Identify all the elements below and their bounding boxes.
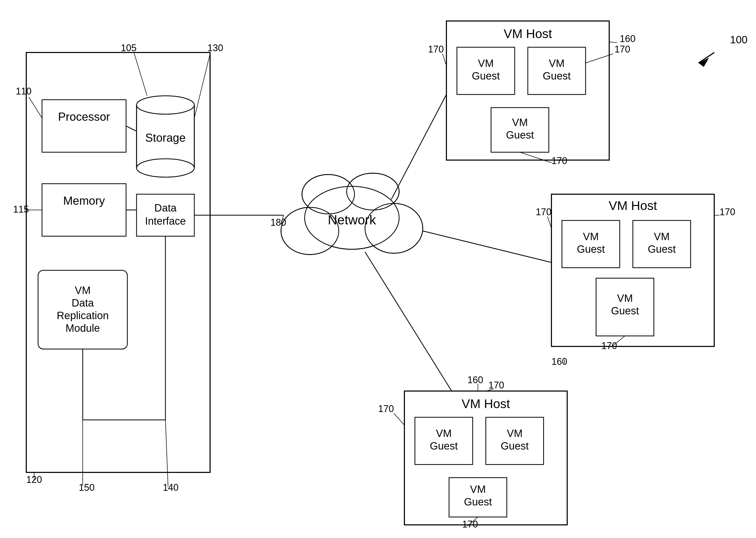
ref-115: 115 [13, 204, 29, 215]
svg-text:Processor: Processor [58, 110, 110, 123]
ref-150: 150 [79, 482, 94, 493]
svg-line-79 [548, 217, 552, 228]
svg-text:Guest: Guest [648, 243, 676, 255]
svg-line-62 [442, 54, 446, 66]
svg-line-94 [365, 252, 452, 391]
svg-text:Guest: Guest [543, 70, 571, 81]
svg-text:Guest: Guest [472, 70, 500, 81]
svg-text:VM Host: VM Host [609, 199, 657, 213]
svg-text:VM: VM [512, 117, 528, 128]
svg-point-11 [137, 96, 194, 114]
ref-170-bl: 170 [378, 404, 394, 414]
svg-line-60 [391, 94, 446, 199]
svg-text:VM: VM [507, 427, 523, 439]
ref-170-mr: 170 [720, 206, 735, 217]
svg-text:VM: VM [478, 57, 494, 69]
svg-text:Interface: Interface [145, 215, 186, 227]
svg-text:VM: VM [583, 231, 599, 242]
ref-180: 180 [270, 217, 286, 228]
ref-170-tl: 170 [428, 44, 444, 55]
svg-line-95 [394, 413, 404, 425]
svg-text:VM: VM [436, 427, 452, 439]
ref-170-tr: 170 [614, 44, 630, 55]
ref-140: 140 [163, 482, 179, 493]
svg-text:Guest: Guest [611, 305, 639, 316]
svg-line-78 [423, 231, 552, 262]
ref-105: 105 [121, 42, 137, 53]
svg-text:Memory: Memory [63, 194, 105, 207]
ref-160-top: 160 [620, 33, 635, 44]
svg-rect-3 [42, 184, 126, 236]
svg-text:Guest: Guest [430, 440, 458, 452]
svg-text:Replication: Replication [57, 310, 109, 321]
svg-text:VM: VM [617, 293, 633, 304]
svg-text:VM: VM [470, 483, 486, 495]
svg-text:VM: VM [75, 285, 90, 296]
ref-110: 110 [16, 86, 31, 97]
svg-text:VM Host: VM Host [462, 397, 510, 411]
svg-text:Guest: Guest [506, 129, 534, 141]
ref-130: 130 [207, 42, 223, 53]
svg-text:Guest: Guest [464, 496, 492, 508]
svg-rect-1 [42, 100, 126, 152]
svg-text:Module: Module [65, 322, 100, 334]
svg-text:VM Host: VM Host [504, 27, 552, 41]
svg-text:VM: VM [654, 231, 669, 242]
svg-text:VM: VM [549, 57, 564, 69]
ref-170-mb: 170 [601, 340, 617, 351]
ref-160-mid: 160 [552, 356, 567, 367]
svg-point-12 [137, 159, 194, 177]
svg-text:Data: Data [72, 297, 94, 309]
ref-160-bot: 160 [467, 374, 483, 385]
network-cloud: Network [281, 173, 423, 254]
svg-text:Guest: Guest [577, 243, 605, 255]
svg-point-39 [366, 205, 422, 252]
ref-170-ml: 170 [536, 206, 552, 217]
ref-100: 100 [730, 34, 748, 45]
ref-170-bt: 170 [489, 380, 504, 391]
svg-text:Network: Network [328, 213, 376, 227]
svg-text:Data: Data [154, 202, 177, 214]
svg-text:Storage: Storage [145, 131, 186, 144]
ref-170-tb: 170 [552, 155, 567, 166]
svg-line-61 [609, 42, 617, 42]
svg-text:Guest: Guest [501, 440, 529, 452]
